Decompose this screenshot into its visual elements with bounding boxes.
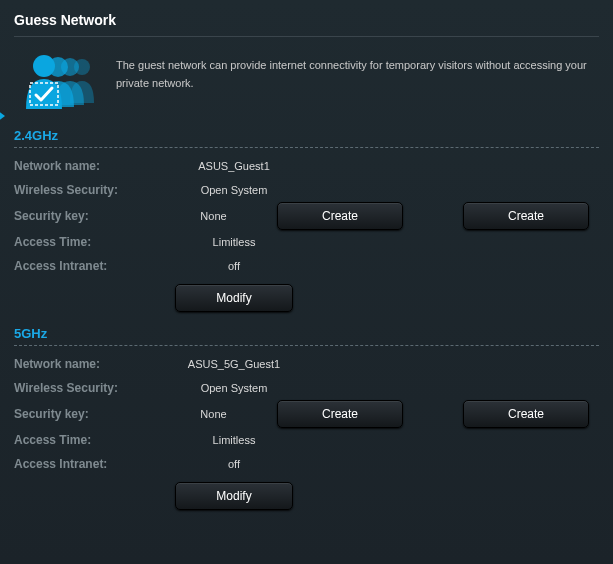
band-title-5ghz: 5GHz xyxy=(14,326,599,341)
value-security-key-5ghz: None xyxy=(150,408,277,420)
intro-text: The guest network can provide internet c… xyxy=(102,51,595,92)
intro-block: The guest network can provide internet c… xyxy=(14,37,599,120)
value-wireless-security-5ghz: Open System xyxy=(164,382,304,394)
value-wireless-security-24ghz: Open System xyxy=(164,184,304,196)
modify-button-5ghz[interactable]: Modify xyxy=(175,482,293,510)
guest-network-panel: Guess Network The guest network can prov… xyxy=(0,0,613,564)
label-security-key: Security key: xyxy=(14,209,150,223)
label-access-time: Access Time: xyxy=(14,235,164,249)
label-wireless-security: Wireless Security: xyxy=(14,381,164,395)
label-network-name: Network name: xyxy=(14,357,164,371)
section-24ghz: 2.4GHz Network name: ASUS_Guest1 Wireles… xyxy=(14,128,599,318)
label-access-intranet: Access Intranet: xyxy=(14,259,164,273)
section-5ghz: 5GHz Network name: ASUS_5G_Guest1 Wirele… xyxy=(14,326,599,516)
value-network-name-5ghz: ASUS_5G_Guest1 xyxy=(164,358,304,370)
band-title-24ghz: 2.4GHz xyxy=(14,128,599,143)
divider xyxy=(14,147,599,148)
label-security-key: Security key: xyxy=(14,407,150,421)
label-access-intranet: Access Intranet: xyxy=(14,457,164,471)
value-access-intranet-5ghz: off xyxy=(164,458,304,470)
label-access-time: Access Time: xyxy=(14,433,164,447)
create-button-5ghz-slot3[interactable]: Create xyxy=(463,400,589,428)
active-pointer-icon xyxy=(0,110,5,122)
value-access-time-24ghz: Limitless xyxy=(164,236,304,248)
label-wireless-security: Wireless Security: xyxy=(14,183,164,197)
page-title: Guess Network xyxy=(14,10,599,37)
create-button-5ghz-slot2[interactable]: Create xyxy=(277,400,403,428)
divider xyxy=(14,345,599,346)
value-access-time-5ghz: Limitless xyxy=(164,434,304,446)
modify-button-24ghz[interactable]: Modify xyxy=(175,284,293,312)
create-button-24ghz-slot2[interactable]: Create xyxy=(277,202,403,230)
svg-point-3 xyxy=(33,55,55,77)
value-network-name-24ghz: ASUS_Guest1 xyxy=(164,160,304,172)
create-button-24ghz-slot3[interactable]: Create xyxy=(463,202,589,230)
value-access-intranet-24ghz: off xyxy=(164,260,304,272)
label-network-name: Network name: xyxy=(14,159,164,173)
value-security-key-24ghz: None xyxy=(150,210,277,222)
guest-people-icon xyxy=(18,51,102,114)
